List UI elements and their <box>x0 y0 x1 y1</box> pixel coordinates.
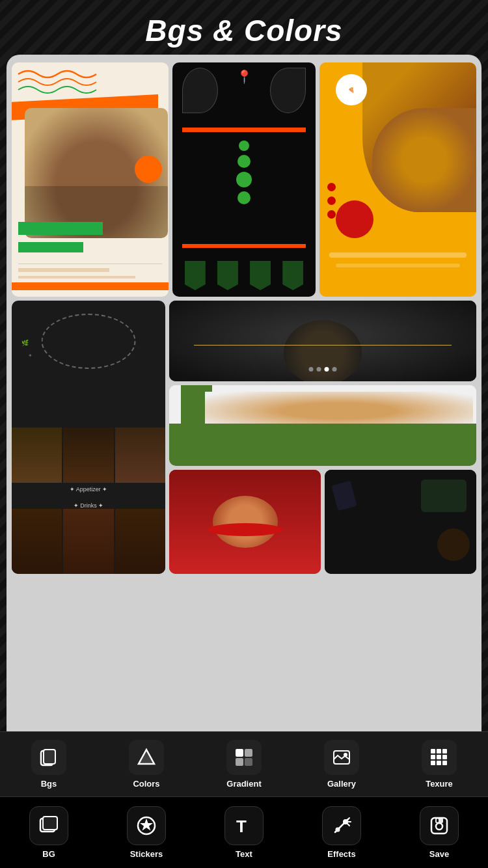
svg-rect-10 <box>431 749 435 753</box>
wavy-lines-decor <box>15 68 100 100</box>
bottom-two-cells <box>169 470 476 574</box>
template-preview-7 <box>169 470 321 574</box>
template-preview-4: 🌿 ✦ ✦ Appetizer ✦ ✦ Drinks ✦ <box>12 301 165 574</box>
template-card-3[interactable]: 🍕 <box>319 62 476 297</box>
gallery-icon-svg <box>332 748 351 767</box>
divider-line-1 <box>18 264 162 264</box>
pizza-right <box>270 68 306 113</box>
toolbar-colors-button[interactable]: Colors <box>98 732 195 796</box>
template-preview-6 <box>169 385 476 466</box>
pizza-image <box>362 62 476 212</box>
red-circle-accent <box>336 200 373 238</box>
leaf-decor-left2: ✦ <box>28 353 33 359</box>
svg-rect-11 <box>437 749 441 753</box>
gradient-icon-svg <box>234 748 254 767</box>
bg-icon <box>29 806 68 845</box>
svg-rect-5 <box>245 749 252 757</box>
title-placeholder-2 <box>336 264 460 267</box>
sketch-item-1 <box>421 480 467 512</box>
grid-row-bottom: 🌿 ✦ ✦ Appetizer ✦ ✦ Drinks ✦ <box>12 301 476 574</box>
colors-label: Colors <box>133 779 159 789</box>
svg-rect-1 <box>44 750 55 764</box>
green-block-1 <box>18 222 103 235</box>
gradient-label: Gradient <box>226 779 261 789</box>
template-preview-5 <box>169 301 476 381</box>
template-preview-3: 🍕 <box>319 62 476 297</box>
template-card-5[interactable] <box>169 301 476 381</box>
template-card-4[interactable]: 🌿 ✦ ✦ Appetizer ✦ ✦ Drinks ✦ <box>12 301 165 574</box>
title-bar: Bgs & Colors <box>0 0 488 55</box>
svg-rect-12 <box>442 749 447 753</box>
food-circle <box>284 320 362 381</box>
template-card-1[interactable] <box>12 62 169 297</box>
template-card-2[interactable]: 📍 <box>172 62 316 297</box>
svg-rect-20 <box>43 817 57 830</box>
toolbar-texure-button[interactable]: Texure <box>390 732 488 796</box>
svg-rect-13 <box>431 755 435 759</box>
toolbar-effects-button[interactable]: Effects <box>293 797 390 868</box>
template-card-8[interactable] <box>325 470 476 574</box>
svg-rect-18 <box>442 761 447 765</box>
template-grid: 📍 <box>7 55 481 731</box>
grid-row-top: 📍 <box>12 62 476 297</box>
flags-row <box>179 261 310 290</box>
location-pin-icon: 📍 <box>236 69 252 85</box>
sketch-food <box>437 528 470 561</box>
stickers-label: Stickers <box>130 849 163 859</box>
appetizer-label-area: ✦ Appetizer ✦ <box>70 486 108 493</box>
text-line-1 <box>18 268 109 272</box>
svg-marker-3 <box>139 750 154 764</box>
toolbar-bgs-button[interactable]: Bgs <box>0 732 98 796</box>
bg-label: BG <box>42 849 55 859</box>
template-preview-8 <box>325 470 476 574</box>
toolbar-text-button[interactable]: T Text <box>195 797 293 868</box>
svg-text:T: T <box>236 817 247 836</box>
toolbar-stickers-button[interactable]: Stickers <box>98 797 195 868</box>
plate-base <box>208 523 282 536</box>
toolbar-gallery-button[interactable]: Gallery <box>293 732 390 796</box>
template-card-6[interactable] <box>169 385 476 466</box>
stickers-icon <box>127 806 166 845</box>
colors-icon-svg <box>137 748 156 767</box>
toolbar-gradient-button[interactable]: Gradient <box>195 732 293 796</box>
stickers-icon-svg <box>136 815 157 836</box>
svg-rect-7 <box>245 758 252 766</box>
template-preview-1 <box>12 62 169 297</box>
text-icon-svg: T <box>234 815 254 836</box>
gold-divider <box>194 345 452 346</box>
main-content: Bgs & Colors <box>0 0 488 868</box>
toolbar-bottom: BG Stickers T Text <box>0 796 488 868</box>
svg-rect-6 <box>236 758 243 766</box>
texure-icon-svg <box>429 748 449 767</box>
template-card-7[interactable] <box>169 470 321 574</box>
chicken-image <box>205 392 473 424</box>
svg-rect-15 <box>442 755 447 759</box>
svg-rect-17 <box>437 761 441 765</box>
gallery-label: Gallery <box>327 779 356 789</box>
wreath-oval <box>42 314 136 369</box>
menu-dots <box>236 141 252 204</box>
food-plate <box>213 496 278 548</box>
template-preview-2: 📍 <box>172 62 316 297</box>
gallery-icon <box>324 740 359 775</box>
save-icon <box>420 806 459 845</box>
svg-rect-33 <box>437 819 439 822</box>
brand-logo: 🍕 <box>336 74 367 105</box>
svg-point-31 <box>436 823 442 830</box>
effects-icon-svg <box>331 815 352 836</box>
texure-icon <box>422 740 457 775</box>
toolbar-save-button[interactable]: Save <box>390 797 488 868</box>
text-line-2 <box>18 276 135 278</box>
progress-bar <box>182 128 306 132</box>
bgs-icon-svg <box>40 748 58 766</box>
toolbar-bg-button[interactable]: BG <box>0 797 98 868</box>
texure-label: Texure <box>426 779 453 789</box>
svg-rect-14 <box>437 755 441 759</box>
gradient-icon <box>226 740 262 775</box>
drinks-label-area: ✦ Drinks ✦ <box>74 502 104 509</box>
leaf-decor-left: 🌿 <box>21 340 29 346</box>
red-dots <box>327 183 336 219</box>
right-column-grid <box>169 301 476 574</box>
bgs-label: Bgs <box>41 779 57 789</box>
svg-rect-32 <box>435 818 443 823</box>
